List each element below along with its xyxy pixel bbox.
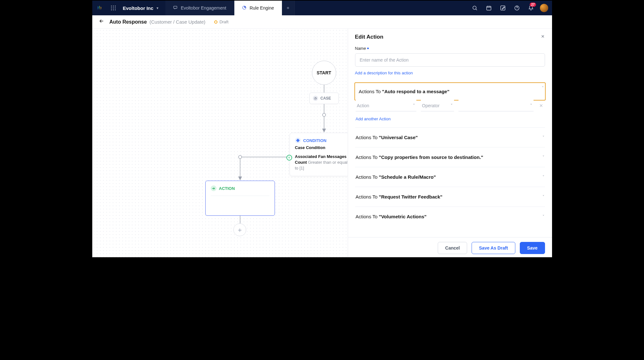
chevron-down-icon: ˅ (542, 195, 544, 199)
add-description-link[interactable]: Add a description for this action (355, 71, 413, 75)
org-name: Evoltobor Inc (123, 5, 154, 11)
actions-section-copy-properties: Actions To "Copy properties from source … (355, 147, 545, 167)
actions-section-auto-respond: Actions To "Auto respond to a message" ˄… (355, 82, 545, 128)
page-subheader: Auto Response (Customer / Case Update) D… (92, 15, 552, 29)
condition-icon (295, 138, 301, 143)
yes-branch-badge: Y (286, 155, 292, 161)
help-icon[interactable] (511, 1, 523, 15)
svg-point-11 (473, 6, 476, 10)
section-header[interactable]: Actions To "Request Twitter Feedback" ˅ (355, 187, 545, 206)
status-badge: Draft (214, 19, 228, 24)
page-title: Auto Response (110, 19, 147, 25)
section-header[interactable]: Actions To "Volumetric Actions" ˅ (355, 207, 545, 226)
flow-case-node[interactable]: ◔ CASE (309, 93, 339, 104)
action-name-input[interactable] (355, 53, 545, 67)
tab-rule-engine[interactable]: Rule Engine (234, 1, 282, 15)
condition-body: Associated Fan Messages Count Greater th… (295, 154, 348, 171)
rule-engine-icon (242, 5, 246, 11)
flow-condition-node[interactable]: Y CONDITION Case Condition Associated Fa… (290, 133, 348, 176)
divider (211, 196, 269, 196)
condition-subtitle: Case Condition (295, 145, 348, 150)
plus-icon: ＋ (286, 5, 290, 11)
start-label: START (317, 70, 331, 75)
actions-section-twitter-feedback: Actions To "Request Twitter Feedback" ˅ (355, 187, 545, 207)
actions-section-schedule-rule: Actions To "Schedule a Rule/Macro" ˅ (355, 167, 545, 187)
panel-title: Edit Action (355, 34, 383, 40)
svg-rect-12 (487, 6, 491, 10)
chevron-down-icon: ˅ (542, 155, 544, 160)
workspace-tabs: Evoltobor Engagement Rule Engine ＋ (165, 1, 468, 15)
action-config-row: Action ˅ Operator ˅ ˅ ✕ (356, 100, 544, 111)
notification-badge: 27 (530, 3, 536, 7)
chevron-down-icon: ˅ (542, 135, 544, 140)
action-icon: ➜ (211, 185, 216, 191)
svg-point-2 (115, 6, 116, 7)
chevron-down-icon: ˅ (542, 214, 544, 219)
chevron-down-icon: ˅ (413, 103, 415, 108)
svg-point-7 (113, 10, 114, 11)
cancel-button[interactable]: Cancel (438, 242, 467, 254)
actions-section-universal-case: Actions To "Universal Case" ˅ (355, 128, 545, 147)
section-header[interactable]: Actions To "Schedule a Rule/Macro" ˅ (355, 167, 545, 187)
status-dot-icon (214, 20, 217, 24)
flow-action-node[interactable]: ➜ ACTION (205, 181, 275, 216)
chevron-down-icon: ˅ (542, 175, 544, 179)
notifications-icon[interactable]: 27 (525, 1, 537, 15)
action-select[interactable]: Action ˅ (356, 100, 416, 111)
add-another-action-link[interactable]: Add another Action (356, 116, 391, 121)
svg-point-8 (115, 10, 116, 11)
page-subtitle: (Customer / Case Update) (149, 19, 205, 25)
actions-section-volumetric: Actions To "Volumetric Actions" ˅ (355, 207, 545, 226)
operator-select[interactable]: Operator ˅ (421, 100, 454, 111)
back-arrow-icon[interactable] (99, 18, 104, 26)
svg-point-4 (113, 8, 114, 9)
svg-point-16 (322, 113, 326, 116)
add-tab-button[interactable]: ＋ (282, 1, 295, 15)
top-bar: Evoltobor Inc ▼ Evoltobor Engagement Rul… (92, 1, 552, 15)
apps-grid-icon[interactable] (106, 5, 120, 11)
chevron-up-icon: ˄ (542, 86, 544, 90)
panel-footer: Cancel Save As Draft Save (348, 237, 552, 258)
add-step-button[interactable]: ＋ (233, 223, 246, 236)
svg-point-3 (111, 8, 112, 9)
svg-point-5 (115, 8, 116, 9)
chevron-down-icon: ˅ (451, 103, 453, 108)
tab-engagement[interactable]: Evoltobor Engagement (165, 1, 234, 15)
close-panel-button[interactable] (541, 34, 545, 40)
search-icon[interactable] (468, 1, 481, 15)
svg-point-1 (113, 6, 114, 7)
plus-icon: ＋ (237, 226, 243, 234)
brand-logo (92, 5, 106, 11)
org-switcher[interactable]: Evoltobor Inc ▼ (120, 5, 166, 11)
svg-point-19 (239, 155, 242, 159)
svg-point-0 (111, 6, 112, 7)
case-icon: ◔ (313, 96, 318, 101)
tab-label: Evoltobor Engagement (181, 5, 226, 11)
save-as-draft-button[interactable]: Save As Draft (472, 242, 515, 254)
section-header[interactable]: Actions To "Auto respond to a message" (355, 83, 545, 100)
name-field-label: Name (355, 46, 545, 51)
user-avatar[interactable] (540, 4, 548, 12)
chevron-down-icon: ▼ (156, 6, 159, 10)
section-header[interactable]: Actions To "Universal Case" ˅ (355, 128, 545, 147)
svg-point-6 (111, 10, 112, 11)
case-label: CASE (321, 96, 331, 101)
chevron-down-icon: ˅ (530, 103, 532, 108)
status-text: Draft (219, 19, 228, 24)
compose-icon[interactable] (496, 1, 509, 15)
remove-row-button[interactable]: ✕ (538, 103, 544, 108)
svg-rect-9 (174, 6, 177, 8)
chat-icon (173, 5, 178, 11)
save-button[interactable]: Save (520, 242, 545, 254)
required-dot-icon (367, 48, 369, 49)
page-title-group: Auto Response (Customer / Case Update) (110, 19, 206, 25)
flow-start-node[interactable]: START (312, 61, 336, 85)
condition-badge: CONDITION (303, 138, 327, 143)
value-select[interactable]: ˅ (458, 100, 534, 111)
calendar-icon[interactable] (482, 1, 495, 15)
edit-action-panel: Edit Action Name Add a description for t… (348, 29, 552, 258)
flow-canvas[interactable]: START ◔ CASE Y CONDITION Case Condition … (92, 29, 348, 257)
section-header[interactable]: Actions To "Copy properties from source … (355, 147, 545, 167)
tab-label: Rule Engine (250, 5, 274, 11)
action-label: ACTION (219, 186, 235, 191)
